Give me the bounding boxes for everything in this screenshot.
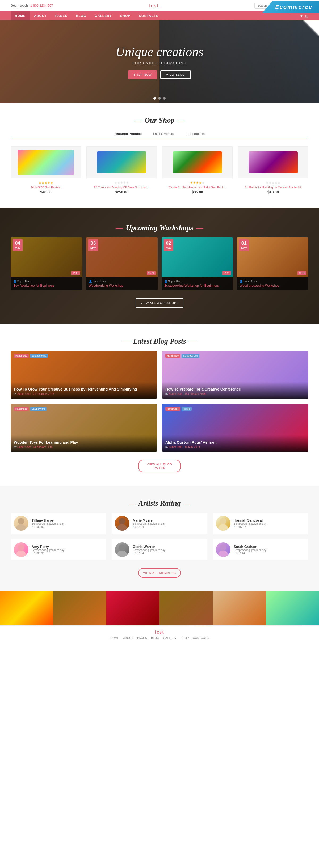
tab-top-products[interactable]: Top Products (181, 130, 210, 138)
workshop-card[interactable]: 03 May 19:21 👤 Super User Woodworking Wo… (86, 237, 157, 290)
products-grid: ★★★★★ MUNGYO Soft Pastels $40.00 ★★★★★ 7… (11, 146, 308, 194)
nav-contacts[interactable]: CONTACTS (135, 11, 163, 21)
artist-avatar (14, 516, 28, 531)
gallery-item[interactable] (53, 591, 106, 625)
footer-nav-blog[interactable]: BLOG (151, 636, 159, 640)
workshop-title-text: Scrapbooking Workshop for Beginners (164, 284, 230, 287)
product-image[interactable] (238, 146, 308, 178)
workshop-card[interactable]: 01 May 19:21 👤 Super User Wood processin… (237, 237, 308, 290)
artist-card[interactable]: Tiffany Harper Scrapbooking, polymer cla… (11, 513, 106, 534)
shop-now-button[interactable]: SHOP NOW (128, 70, 157, 79)
product-card: ★★★★★ MUNGYO Soft Pastels $40.00 (11, 146, 81, 194)
view-all-members-button[interactable]: VIEW ALL MEMBERS (138, 568, 181, 578)
artist-avatar (14, 542, 28, 557)
tab-featured-products[interactable]: Featured Products (109, 130, 148, 138)
blog-tag: Handmade (14, 354, 29, 358)
workshop-date: 01 May (239, 239, 249, 251)
artist-name: Gloria Warren (133, 545, 204, 549)
blog-post-title: Alpha Custom Rugs' Ashram (165, 440, 305, 444)
footer-nav-contacts[interactable]: CONTACTS (193, 636, 209, 640)
artist-card[interactable]: Hannah Sandoval Scrapbooking, polymer cl… (213, 513, 308, 534)
blog-overlay: How To Grow Your Creative Business by Re… (11, 382, 157, 399)
artist-rating: ↑ 887.14 (234, 552, 305, 555)
svg-point-4 (220, 518, 226, 524)
workshop-title-text: Wood processing Workshop (239, 284, 306, 287)
gallery-item[interactable] (160, 591, 213, 625)
view-all-blog-button[interactable]: VIEW ALL BLOG POSTS (138, 460, 181, 472)
product-image[interactable] (162, 146, 233, 178)
artist-card[interactable]: Sarah Graham Scrapbooking, polymer clay … (213, 539, 308, 560)
workshop-card[interactable]: 02 May 19:21 👤 Super User Scrapbooking W… (162, 237, 233, 290)
blog-card[interactable]: Handmade Textile Alpha Custom Rugs' Ashr… (162, 404, 308, 452)
workshop-meta: 19:21 (147, 271, 155, 275)
gallery-item[interactable] (213, 591, 266, 625)
blog-post-title: Wooden Toys For Learning and Play (14, 440, 154, 444)
blog-tag: Scrapbooking (30, 354, 48, 358)
artist-avatar (115, 516, 129, 531)
product-image[interactable] (11, 146, 81, 178)
footer-nav-shop[interactable]: SHOP (180, 636, 189, 640)
workshop-card[interactable]: 04 May 19:21 👤 Super User Sew Workshop f… (11, 237, 82, 290)
nav-about[interactable]: ABOUT (30, 11, 51, 21)
footer-nav-home[interactable]: HOME (110, 636, 119, 640)
site-logo-top[interactable]: test (149, 2, 159, 9)
artist-card[interactable]: Amy Perry Scrapbooking, polymer clay ↑ 1… (11, 539, 106, 560)
svg-point-5 (218, 524, 228, 531)
footer-nav-gallery[interactable]: GALLERY (163, 636, 177, 640)
blog-card[interactable]: Handmade Leatherwork Wooden Toys For Lea… (11, 404, 157, 452)
blog-tag: Handmade (14, 407, 29, 411)
workshop-image: 01 May 19:21 (237, 237, 308, 277)
artist-rating: ↑ 687.54 (133, 525, 204, 528)
blog-image: Handmade Textile Alpha Custom Rugs' Ashr… (162, 404, 308, 452)
gallery-item[interactable] (0, 591, 53, 625)
product-card: ★★★★★ Art Paints for Painting on Canvas … (238, 146, 308, 194)
nav-home[interactable]: HOME (11, 11, 30, 21)
product-name[interactable]: 72 Colors Art Drawing Oil Base Non toxic… (86, 186, 157, 189)
artist-name: Amy Perry (32, 545, 103, 549)
view-blog-button[interactable]: VIEW BLOG (160, 70, 191, 79)
blog-post-title: How To Prepare For a Creative Conference (165, 387, 305, 391)
blog-image: Handmade Scrapbooking How To Prepare For… (162, 351, 308, 399)
hero-dots (153, 97, 166, 100)
workshop-user: 👤 Super User (13, 280, 80, 283)
gallery-item[interactable] (106, 591, 160, 625)
blog-card[interactable]: Handmade Scrapbooking How To Grow Your C… (11, 351, 157, 399)
nav-shop[interactable]: SHOP (116, 11, 135, 21)
artist-desc: Scrapbooking, polymer clay (234, 549, 305, 552)
svg-point-1 (16, 524, 26, 531)
product-stars: ★★★★★ (162, 181, 233, 185)
shop-title: Our Shop (11, 116, 308, 125)
workshop-info: 👤 Super User Wood processing Workshop (237, 277, 308, 290)
product-name[interactable]: Castle Art Supplies Acrylic Paint Set, P… (162, 186, 233, 189)
product-name[interactable]: Art Paints for Painting on Canvas Starte… (238, 186, 308, 189)
site-logo-footer[interactable]: test (110, 629, 209, 635)
tab-latest-products[interactable]: Latest Products (148, 130, 180, 138)
blog-overlay: Alpha Custom Rugs' Ashram by Super User … (162, 435, 308, 452)
footer-nav-about[interactable]: ABOUT (123, 636, 133, 640)
blog-card[interactable]: Handmade Scrapbooking How To Prepare For… (162, 351, 308, 399)
product-price: $35.00 (162, 190, 233, 194)
nav-pages[interactable]: PAGES (51, 11, 72, 21)
nav-blog[interactable]: BLOG (72, 11, 91, 21)
hero-dot-3[interactable] (163, 97, 166, 100)
blog-tag: Scrapbooking (181, 354, 199, 358)
view-all-workshops-button[interactable]: VIEW ALL WORKSHOPS (136, 298, 183, 308)
workshop-image: 03 May 19:21 (86, 237, 157, 277)
hero-dot-1[interactable] (153, 97, 156, 100)
nav-grid-icon[interactable]: ⊞ (305, 14, 308, 18)
hero-dot-2[interactable] (158, 97, 161, 100)
nav-gallery[interactable]: GALLERY (90, 11, 116, 21)
workshop-meta: 19:21 (297, 271, 306, 275)
artist-card[interactable]: Gloria Warren Scrapbooking, polymer clay… (112, 539, 207, 560)
product-name[interactable]: MUNGYO Soft Pastels (11, 186, 81, 189)
product-card: ★★★★★ Castle Art Supplies Acrylic Paint … (162, 146, 233, 194)
svg-point-6 (18, 545, 24, 551)
workshop-image: 02 May 19:21 (162, 237, 233, 277)
product-image[interactable] (86, 146, 157, 178)
artist-card[interactable]: Marie Myers Scrapbooking, polymer clay ↑… (112, 513, 207, 534)
footer-nav-pages[interactable]: PAGES (137, 636, 147, 640)
gallery-item[interactable] (266, 591, 319, 625)
workshop-meta: 19:21 (222, 271, 231, 275)
nav-heart-icon[interactable]: ♥ (300, 14, 302, 18)
workshop-user: 👤 Super User (164, 280, 230, 283)
